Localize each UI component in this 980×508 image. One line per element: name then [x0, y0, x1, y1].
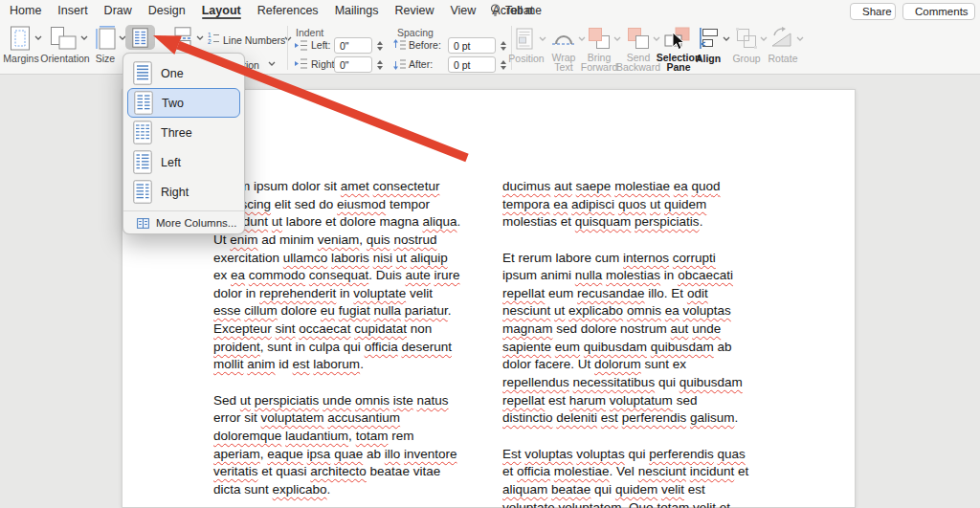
position-button: Position — [505, 53, 547, 64]
line-numbers-icon: 1 2 — [208, 32, 219, 45]
group-button: Group — [727, 53, 766, 64]
tab-insert[interactable]: Insert — [57, 0, 87, 21]
align-icon[interactable] — [697, 27, 720, 50]
orientation-icon[interactable] — [50, 26, 77, 51]
one-column-icon — [133, 61, 152, 85]
breaks-icon[interactable] — [172, 27, 193, 50]
chevron-down-icon[interactable] — [268, 61, 276, 66]
text-line: ex ea commodo consequat. Duis aute irure — [213, 267, 472, 285]
line-numbers-button[interactable]: Line Numbers — [223, 34, 285, 46]
size-icon[interactable] — [96, 26, 117, 51]
indent-left-label: Left: — [311, 39, 330, 51]
tab-references[interactable]: References — [257, 0, 319, 21]
orientation-button[interactable]: Orientation — [38, 53, 92, 64]
menu-item-right[interactable]: Right — [127, 177, 240, 207]
indent-right-input[interactable]: 0" — [334, 56, 372, 73]
text-line: distinctio deleniti est perferendis gali… — [502, 409, 780, 428]
text-line: magnam sed dolore nostrum aut unde — [502, 320, 780, 339]
menu-item-one[interactable]: One — [127, 58, 240, 88]
columns-icon — [132, 28, 148, 48]
indent-group-title: Indent — [296, 27, 323, 38]
text-line: error sit voluptatem accusantium — [213, 409, 472, 428]
three-columns-icon — [133, 121, 152, 144]
text-line: ducimus aut saepe molestiae ea quod — [502, 178, 780, 196]
chevron-down-icon[interactable] — [196, 35, 204, 40]
text-line: Excepteur sint occaecat cupidatat non — [213, 320, 472, 339]
tab-design[interactable]: Design — [148, 0, 186, 21]
spacing-before-input[interactable]: 0 pt — [448, 37, 496, 54]
share-button[interactable]: Share — [850, 3, 896, 20]
two-columns-icon — [134, 91, 153, 115]
chevron-down-icon — [613, 36, 621, 41]
blank-line — [213, 374, 472, 392]
tab-view[interactable]: View — [450, 0, 476, 21]
text-line: molestias et quisquam perspiciatis. — [502, 213, 780, 232]
text-line: dicta sunt explicabo. — [213, 481, 472, 499]
chevron-down-icon — [796, 36, 804, 41]
columns-dropdown-menu: One Two — [122, 53, 245, 234]
text-line: et officia molestiae. Vel nesciunt incid… — [502, 463, 780, 481]
chevron-down-icon[interactable] — [34, 35, 42, 40]
text-line: dolor facere. Ut dolorum sunt ex — [502, 356, 780, 374]
position-icon — [516, 28, 535, 51]
menu-item-three[interactable]: Three — [127, 118, 240, 147]
menu-item-more-columns[interactable]: More Columns... — [127, 213, 240, 232]
text-line: repellat eum recusandae illo. Et odit — [502, 285, 780, 303]
menu-item-left[interactable]: Left — [127, 147, 240, 177]
tab-mailings[interactable]: Mailings — [335, 0, 379, 21]
columns-button[interactable] — [125, 25, 155, 50]
text-line: ipsum animi nulla molestias in obcaecati — [502, 267, 780, 285]
chevron-down-icon[interactable] — [159, 35, 167, 40]
spacing-after-input[interactable]: 0 pt — [448, 56, 496, 73]
spacing-before-icon — [393, 39, 406, 51]
tab-layout[interactable]: Layout — [202, 0, 241, 21]
selection-pane-icon[interactable] — [664, 27, 691, 50]
margins-button[interactable]: Margins — [2, 53, 40, 64]
margins-icon[interactable] — [10, 26, 31, 51]
text-line: veritatis et quasi architecto beatae vit… — [213, 463, 472, 481]
chevron-down-icon[interactable] — [723, 36, 730, 41]
tab-home[interactable]: Home — [10, 0, 41, 21]
lightbulb-icon — [490, 4, 501, 17]
text-line: exercitation ullamco laboris nisi ut ali… — [213, 250, 472, 268]
spacing-after-label: After: — [409, 58, 433, 70]
text-line: voluptate voluptatem. Quo totam velit et — [502, 499, 780, 508]
chevron-down-icon — [539, 36, 546, 41]
spacing-group-title: Spacing — [397, 27, 434, 38]
svg-text:1: 1 — [208, 32, 212, 38]
text-line: incididunt ut labore et dolore magna ali… — [213, 213, 472, 232]
left-column-icon — [133, 150, 152, 174]
text-column-1: Lorem ipsum dolor sit amet consecteturad… — [213, 178, 472, 499]
spacing-after-icon — [393, 58, 406, 70]
right-column-icon — [133, 180, 152, 204]
text-line: proident, sunt in culpa qui officia dese… — [213, 339, 472, 357]
rotate-button: Rotate — [762, 53, 804, 64]
text-line: sapiente eum quibusdam quibusdam ab — [502, 339, 780, 357]
indent-left-input[interactable]: 0" — [334, 37, 372, 54]
chevron-down-icon[interactable] — [284, 36, 292, 41]
text-line: doloremque laudantium, totam rem — [213, 428, 472, 446]
indent-right-stepper[interactable] — [375, 56, 384, 73]
text-line: dolor in reprehenderit in voluptate veli… — [213, 285, 472, 303]
text-line: repellendus necessitatibus qui quibusdam — [502, 374, 780, 392]
menu-separator — [123, 210, 244, 211]
indent-left-stepper[interactable] — [375, 37, 384, 54]
tell-me[interactable]: Tell me — [490, 0, 542, 21]
tab-review[interactable]: Review — [394, 0, 434, 21]
size-button[interactable]: Size — [88, 53, 122, 64]
menu-item-two[interactable]: Two — [127, 88, 240, 118]
tab-draw[interactable]: Draw — [104, 0, 132, 21]
align-button[interactable]: Align — [691, 53, 725, 64]
ribbon-tab-bar: Home Insert Draw Design Layout Reference… — [0, 0, 980, 21]
send-backward-icon — [627, 27, 650, 50]
text-line: tempora ea adipisci quos ut quidem — [502, 196, 780, 214]
text-line: Lorem ipsum dolor sit amet consectetur — [213, 178, 472, 196]
chevron-down-icon[interactable] — [80, 35, 88, 40]
spacing-before-stepper[interactable] — [499, 37, 507, 54]
comments-button[interactable]: Comments — [902, 3, 975, 20]
rotate-icon — [769, 27, 794, 50]
wrap-text-icon — [551, 30, 576, 49]
text-line: repellat est harum voluptatum sed — [502, 392, 780, 410]
chevron-down-icon — [578, 36, 586, 41]
text-column-2: ducimus aut saepe molestiae ea quodtempo… — [502, 178, 780, 508]
